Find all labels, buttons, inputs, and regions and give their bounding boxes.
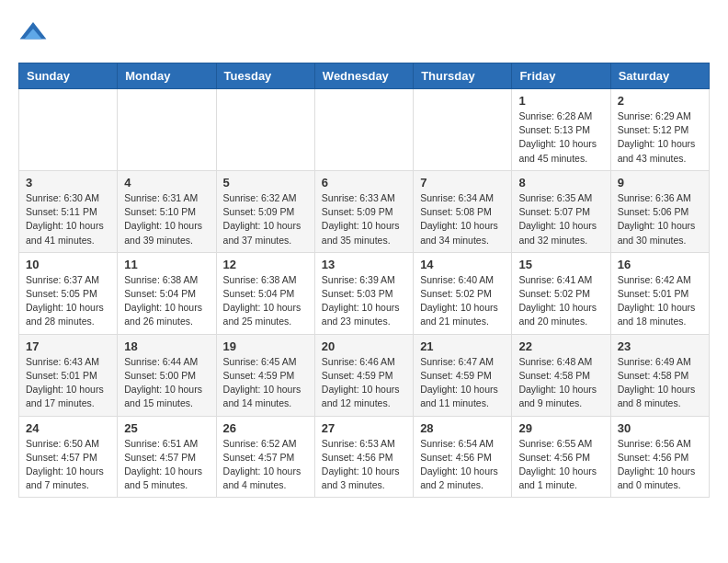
day-number: 18 [124, 339, 209, 353]
logo-icon [18, 18, 48, 48]
calendar-cell: 20Sunrise: 6:46 AM Sunset: 4:59 PM Dayli… [314, 334, 413, 416]
day-number: 21 [420, 339, 505, 353]
calendar-cell [118, 89, 216, 171]
calendar-cell: 22Sunrise: 6:48 AM Sunset: 4:58 PM Dayli… [512, 334, 610, 416]
column-header-sunday: Sunday [19, 63, 118, 89]
calendar-cell: 30Sunrise: 6:56 AM Sunset: 4:56 PM Dayli… [610, 416, 709, 498]
column-header-monday: Monday [118, 63, 216, 89]
day-info: Sunrise: 6:34 AM Sunset: 5:08 PM Dayligh… [420, 191, 505, 247]
calendar-cell: 8Sunrise: 6:35 AM Sunset: 5:07 PM Daylig… [512, 170, 610, 252]
day-number: 3 [26, 176, 110, 190]
day-number: 11 [124, 258, 209, 271]
logo [18, 18, 51, 48]
day-number: 28 [420, 421, 505, 435]
calendar-cell [314, 89, 413, 171]
day-info: Sunrise: 6:28 AM Sunset: 5:13 PM Dayligh… [518, 109, 603, 166]
day-number: 1 [518, 94, 603, 108]
calendar-cell: 25Sunrise: 6:51 AM Sunset: 4:57 PM Dayli… [118, 416, 216, 498]
calendar-cell: 19Sunrise: 6:45 AM Sunset: 4:59 PM Dayli… [216, 334, 314, 416]
day-info: Sunrise: 6:35 AM Sunset: 5:07 PM Dayligh… [518, 191, 603, 247]
day-number: 7 [420, 176, 505, 190]
day-info: Sunrise: 6:49 AM Sunset: 4:58 PM Dayligh… [618, 355, 702, 411]
calendar-cell: 3Sunrise: 6:30 AM Sunset: 5:11 PM Daylig… [19, 170, 118, 252]
day-number: 29 [518, 421, 603, 435]
calendar-cell: 12Sunrise: 6:38 AM Sunset: 5:04 PM Dayli… [216, 252, 314, 334]
calendar-cell: 10Sunrise: 6:37 AM Sunset: 5:05 PM Dayli… [19, 252, 118, 334]
calendar-week-row: 3Sunrise: 6:30 AM Sunset: 5:11 PM Daylig… [19, 170, 710, 252]
day-info: Sunrise: 6:50 AM Sunset: 4:57 PM Dayligh… [26, 437, 110, 493]
day-number: 12 [223, 258, 308, 271]
calendar-cell: 5Sunrise: 6:32 AM Sunset: 5:09 PM Daylig… [216, 170, 314, 252]
calendar-cell: 15Sunrise: 6:41 AM Sunset: 5:02 PM Dayli… [512, 252, 610, 334]
calendar-cell: 14Sunrise: 6:40 AM Sunset: 5:02 PM Dayli… [414, 252, 512, 334]
calendar-cell: 9Sunrise: 6:36 AM Sunset: 5:06 PM Daylig… [610, 170, 709, 252]
day-info: Sunrise: 6:46 AM Sunset: 4:59 PM Dayligh… [322, 355, 406, 411]
day-info: Sunrise: 6:48 AM Sunset: 4:58 PM Dayligh… [518, 355, 603, 411]
day-info: Sunrise: 6:38 AM Sunset: 5:04 PM Dayligh… [124, 273, 209, 329]
day-number: 5 [223, 176, 308, 190]
calendar-cell: 17Sunrise: 6:43 AM Sunset: 5:01 PM Dayli… [19, 334, 118, 416]
day-number: 9 [618, 176, 702, 190]
day-number: 24 [26, 421, 110, 435]
day-info: Sunrise: 6:29 AM Sunset: 5:12 PM Dayligh… [618, 109, 702, 166]
day-number: 19 [223, 339, 308, 353]
day-number: 14 [420, 258, 505, 271]
day-number: 20 [322, 339, 406, 353]
calendar-cell: 18Sunrise: 6:44 AM Sunset: 5:00 PM Dayli… [118, 334, 216, 416]
day-number: 8 [518, 176, 603, 190]
calendar-week-row: 10Sunrise: 6:37 AM Sunset: 5:05 PM Dayli… [19, 252, 710, 334]
day-info: Sunrise: 6:43 AM Sunset: 5:01 PM Dayligh… [26, 355, 110, 411]
day-number: 23 [618, 339, 702, 353]
calendar-cell [19, 89, 118, 171]
page-header [18, 18, 710, 48]
day-info: Sunrise: 6:37 AM Sunset: 5:05 PM Dayligh… [26, 273, 110, 329]
day-info: Sunrise: 6:47 AM Sunset: 4:59 PM Dayligh… [420, 355, 505, 411]
day-info: Sunrise: 6:55 AM Sunset: 4:56 PM Dayligh… [518, 437, 603, 493]
day-number: 17 [26, 339, 110, 353]
day-number: 15 [518, 258, 603, 271]
day-info: Sunrise: 6:56 AM Sunset: 4:56 PM Dayligh… [618, 437, 702, 493]
day-number: 6 [322, 176, 406, 190]
calendar-cell: 11Sunrise: 6:38 AM Sunset: 5:04 PM Dayli… [118, 252, 216, 334]
day-info: Sunrise: 6:40 AM Sunset: 5:02 PM Dayligh… [420, 273, 505, 329]
day-info: Sunrise: 6:54 AM Sunset: 4:56 PM Dayligh… [420, 437, 505, 493]
calendar-cell: 21Sunrise: 6:47 AM Sunset: 4:59 PM Dayli… [414, 334, 512, 416]
calendar-week-row: 1Sunrise: 6:28 AM Sunset: 5:13 PM Daylig… [19, 89, 710, 171]
day-number: 10 [26, 258, 110, 271]
calendar-cell: 1Sunrise: 6:28 AM Sunset: 5:13 PM Daylig… [512, 89, 610, 171]
calendar-cell: 23Sunrise: 6:49 AM Sunset: 4:58 PM Dayli… [610, 334, 709, 416]
day-info: Sunrise: 6:44 AM Sunset: 5:00 PM Dayligh… [124, 355, 209, 411]
day-number: 13 [322, 258, 406, 271]
calendar-cell: 29Sunrise: 6:55 AM Sunset: 4:56 PM Dayli… [512, 416, 610, 498]
day-info: Sunrise: 6:42 AM Sunset: 5:01 PM Dayligh… [618, 273, 702, 329]
day-info: Sunrise: 6:39 AM Sunset: 5:03 PM Dayligh… [322, 273, 406, 329]
day-info: Sunrise: 6:38 AM Sunset: 5:04 PM Dayligh… [223, 273, 308, 329]
calendar-table: SundayMondayTuesdayWednesdayThursdayFrid… [18, 63, 710, 498]
day-info: Sunrise: 6:30 AM Sunset: 5:11 PM Dayligh… [26, 191, 110, 247]
calendar-cell: 2Sunrise: 6:29 AM Sunset: 5:12 PM Daylig… [610, 89, 709, 171]
day-info: Sunrise: 6:32 AM Sunset: 5:09 PM Dayligh… [223, 191, 308, 247]
column-header-saturday: Saturday [610, 63, 709, 89]
calendar-cell: 27Sunrise: 6:53 AM Sunset: 4:56 PM Dayli… [314, 416, 413, 498]
day-info: Sunrise: 6:51 AM Sunset: 4:57 PM Dayligh… [124, 437, 209, 493]
column-header-friday: Friday [512, 63, 610, 89]
day-info: Sunrise: 6:31 AM Sunset: 5:10 PM Dayligh… [124, 191, 209, 247]
day-number: 27 [322, 421, 406, 435]
day-number: 30 [618, 421, 702, 435]
day-info: Sunrise: 6:36 AM Sunset: 5:06 PM Dayligh… [618, 191, 702, 247]
day-number: 2 [618, 94, 702, 108]
calendar-cell: 28Sunrise: 6:54 AM Sunset: 4:56 PM Dayli… [414, 416, 512, 498]
day-number: 25 [124, 421, 209, 435]
day-info: Sunrise: 6:53 AM Sunset: 4:56 PM Dayligh… [322, 437, 406, 493]
column-header-wednesday: Wednesday [314, 63, 413, 89]
calendar-cell: 4Sunrise: 6:31 AM Sunset: 5:10 PM Daylig… [118, 170, 216, 252]
day-number: 22 [518, 339, 603, 353]
day-info: Sunrise: 6:52 AM Sunset: 4:57 PM Dayligh… [223, 437, 308, 493]
day-info: Sunrise: 6:45 AM Sunset: 4:59 PM Dayligh… [223, 355, 308, 411]
calendar-week-row: 24Sunrise: 6:50 AM Sunset: 4:57 PM Dayli… [19, 416, 710, 498]
calendar-cell: 16Sunrise: 6:42 AM Sunset: 5:01 PM Dayli… [610, 252, 709, 334]
calendar-cell [414, 89, 512, 171]
calendar-cell [216, 89, 314, 171]
day-info: Sunrise: 6:33 AM Sunset: 5:09 PM Dayligh… [322, 191, 406, 247]
day-number: 26 [223, 421, 308, 435]
